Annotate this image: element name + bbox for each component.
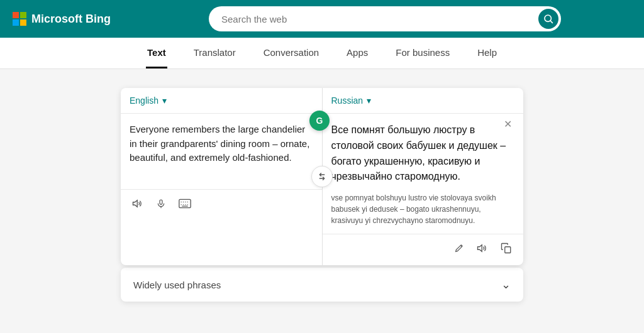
main-content: English ▾ Everyone remembers the large c… — [0, 69, 644, 308]
target-panel-footer — [323, 234, 524, 265]
search-input[interactable] — [209, 6, 561, 31]
target-lang-name: Russian — [331, 96, 364, 106]
phrases-chevron-icon: ⌄ — [501, 278, 511, 292]
microphone-button[interactable] — [151, 195, 171, 216]
source-lang-chevron: ▾ — [162, 96, 167, 106]
svg-marker-16 — [478, 245, 482, 252]
nav-bar: Text Translator Conversation Apps For bu… — [0, 38, 644, 69]
phrases-label: Widely used phrases — [133, 280, 221, 290]
svg-rect-17 — [505, 247, 511, 253]
source-text-area[interactable]: Everyone remembers the large chandelier … — [121, 114, 322, 189]
translation-text: Все помнят большую люстру в столовой сво… — [323, 114, 524, 190]
target-lang-chevron: ▾ — [367, 96, 371, 106]
nav-item-help[interactable]: Help — [476, 38, 498, 68]
keyboard-button[interactable] — [174, 195, 196, 215]
svg-line-1 — [550, 21, 553, 23]
edit-translation-button[interactable] — [449, 240, 469, 259]
nav-item-conversation[interactable]: Conversation — [262, 38, 320, 68]
search-bar — [209, 6, 561, 31]
source-panel-footer — [121, 189, 322, 221]
grammarly-badge[interactable]: G — [309, 111, 330, 131]
svg-rect-3 — [160, 200, 162, 204]
logo-area: Microsoft Bing — [13, 12, 138, 26]
nav-item-apps[interactable]: Apps — [345, 38, 369, 68]
listen-source-button[interactable] — [127, 195, 148, 216]
grammarly-letter: G — [316, 116, 323, 126]
clear-text-button[interactable]: ✕ — [501, 117, 514, 131]
phrases-bar[interactable]: Widely used phrases ⌄ — [121, 268, 523, 302]
target-lang-selector[interactable]: Russian ▾ — [323, 88, 524, 114]
microsoft-logo — [13, 12, 26, 26]
listen-target-button[interactable] — [472, 239, 493, 260]
search-button[interactable] — [538, 9, 558, 29]
source-panel: English ▾ Everyone remembers the large c… — [121, 88, 323, 265]
target-panel: Russian ▾ Все помнят большую люстру в ст… — [323, 88, 524, 265]
transliteration-text: vse pomnyat bolshuyu lustro vie stolovay… — [323, 190, 524, 234]
logo-text: Microsoft Bing — [31, 13, 111, 26]
nav-item-translator[interactable]: Translator — [192, 38, 237, 68]
header: Microsoft Bing — [0, 0, 644, 38]
source-lang-name: English — [130, 96, 158, 106]
copy-button[interactable] — [496, 239, 517, 260]
source-lang-selector[interactable]: English ▾ — [121, 88, 322, 114]
nav-item-text[interactable]: Text — [146, 38, 167, 68]
svg-marker-2 — [133, 200, 138, 207]
source-text: Everyone remembers the large chandelier … — [130, 124, 309, 163]
swap-languages-button[interactable] — [311, 166, 333, 187]
nav-item-for-business[interactable]: For business — [394, 38, 451, 68]
